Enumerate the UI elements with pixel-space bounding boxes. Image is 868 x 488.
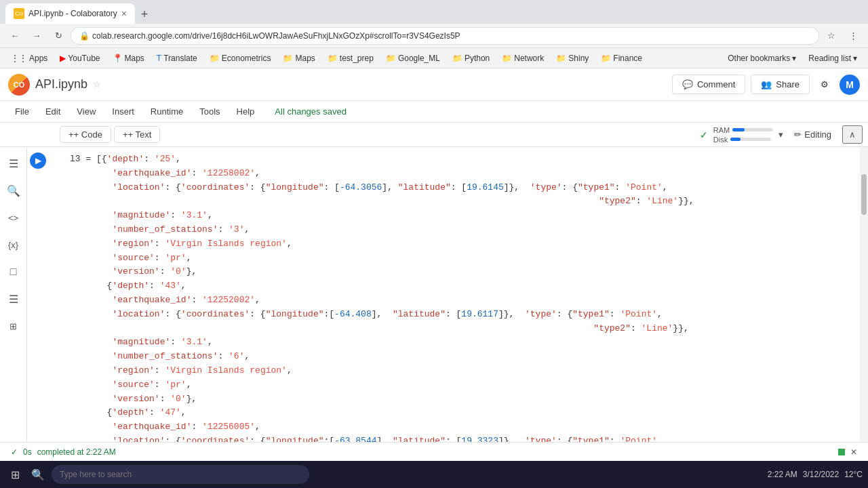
bookmark-star-button[interactable]: ☆ bbox=[822, 26, 841, 45]
tab-title: API.ipynb - Colaboratory bbox=[28, 9, 117, 18]
forward-button[interactable]: → bbox=[27, 26, 46, 45]
taskbar-search-input[interactable] bbox=[52, 465, 309, 484]
browser-menu-button[interactable]: ⋮ bbox=[844, 26, 863, 45]
search-taskbar-icon[interactable]: 🔍 bbox=[28, 465, 47, 484]
bookmark-maps[interactable]: 📍 Maps bbox=[107, 52, 150, 64]
code-line-1: l3 = [{'depth': '25', bbox=[64, 152, 868, 167]
menu-insert[interactable]: Insert bbox=[105, 104, 141, 119]
taskbar-time: 2:22 AM bbox=[768, 470, 797, 479]
save-status: All changes saved bbox=[275, 106, 347, 117]
disconnect-button[interactable]: ✕ bbox=[850, 447, 857, 457]
code-line-18: 'version': '0'}, bbox=[64, 392, 868, 407]
vertical-scrollbar[interactable] bbox=[860, 147, 868, 442]
new-tab-button[interactable]: + bbox=[135, 5, 154, 24]
bookmark-other[interactable]: Other bookmarks ▾ bbox=[722, 52, 802, 64]
address-bar[interactable]: 🔒 colab.research.google.com/drive/16j8dc… bbox=[71, 27, 819, 45]
bookmark-test-prep[interactable]: 📁 test_prep bbox=[322, 52, 379, 64]
sidebar-search-icon[interactable]: 🔍 bbox=[3, 180, 24, 201]
bookmark-finance[interactable]: 📁 Finance bbox=[595, 52, 648, 64]
tab-favicon: Co bbox=[14, 8, 24, 19]
code-line-17: 'source': 'pr', bbox=[64, 378, 868, 392]
main-content: ☰ 🔍 <> {x} □ ☰ ⊞ ▶ l3 = [{'depth': '25',… bbox=[0, 147, 868, 442]
code-line-15: 'number_of_stations': '6', bbox=[64, 350, 868, 364]
url-text: colab.research.google.com/drive/16j8dcH6… bbox=[92, 31, 460, 41]
bookmark-translate[interactable]: T Translate bbox=[151, 52, 203, 64]
sidebar-variables-icon[interactable]: {x} bbox=[3, 234, 24, 256]
bookmark-maps2[interactable]: 📁 Maps bbox=[277, 52, 320, 64]
add-text-button[interactable]: + + Text bbox=[114, 126, 160, 143]
settings-button[interactable]: ⚙ bbox=[815, 77, 834, 92]
resource-usage: RAM Disk bbox=[713, 126, 773, 144]
share-button[interactable]: 👥 Share bbox=[751, 75, 810, 94]
code-line-20: 'earthquake_id': '12256005', bbox=[64, 420, 868, 434]
cell-area: ▶ l3 = [{'depth': '25', 'earthquake_id':… bbox=[27, 147, 868, 442]
back-button[interactable]: ← bbox=[5, 26, 24, 45]
code-line-2: 'earthquake_id': '12258002', bbox=[64, 167, 868, 181]
bookmark-python[interactable]: 📁 Python bbox=[447, 52, 495, 64]
collapse-button[interactable]: ∧ bbox=[842, 125, 863, 144]
user-avatar[interactable]: M bbox=[840, 75, 860, 95]
bookmarks-bar: ⋮⋮ Apps ▶ YouTube 📍 Maps T Translate 📁 E… bbox=[0, 48, 868, 68]
add-code-button[interactable]: + + Code bbox=[60, 126, 111, 143]
bookmark-google-ml[interactable]: 📁 Google_ML bbox=[380, 52, 446, 64]
sidebar-files-icon[interactable]: □ bbox=[3, 261, 24, 283]
star-icon[interactable]: ☆ bbox=[93, 79, 101, 89]
apps-icon: ⋮⋮ bbox=[11, 54, 27, 63]
code-line-19: {'depth': '47', bbox=[64, 406, 868, 420]
bookmark-apps[interactable]: ⋮⋮ Apps bbox=[5, 52, 53, 64]
toolbar-right-section: ✓ RAM Disk ▾ ✏ Editing bbox=[700, 125, 863, 144]
windows-taskbar: ⊞ 🔍 2:22 AM 3/12/2022 12°C bbox=[0, 461, 868, 488]
bookmark-network[interactable]: 📁 Network bbox=[496, 52, 549, 64]
sidebar-code-icon[interactable]: <> bbox=[3, 207, 24, 228]
menu-runtime[interactable]: Runtime bbox=[144, 104, 190, 119]
menu-tools[interactable]: Tools bbox=[193, 104, 226, 119]
bookmark-youtube[interactable]: ▶ YouTube bbox=[54, 52, 105, 64]
cell-gutter: ▶ bbox=[30, 152, 46, 169]
active-tab[interactable]: Co API.ipynb - Colaboratory × bbox=[5, 3, 135, 24]
disk-bar bbox=[730, 138, 771, 141]
menu-file[interactable]: File bbox=[8, 104, 36, 119]
menu-view[interactable]: View bbox=[70, 104, 102, 119]
refresh-button[interactable]: ↻ bbox=[49, 26, 68, 45]
run-icon: ▶ bbox=[35, 156, 41, 165]
bookmark-shiny[interactable]: 📁 Shiny bbox=[551, 52, 594, 64]
tab-bar: Co API.ipynb - Colaboratory × + bbox=[0, 0, 868, 24]
start-button[interactable]: ⊞ bbox=[5, 465, 24, 484]
code-line-9: 'version': '0'}, bbox=[64, 265, 868, 279]
code-editor[interactable]: l3 = [{'depth': '25', 'earthquake_id': '… bbox=[64, 147, 868, 442]
code-line-12: 'location': {'coordinates': {"longitude"… bbox=[64, 308, 868, 322]
chevron-down-icon-reading: ▾ bbox=[853, 54, 857, 63]
youtube-icon: ▶ bbox=[60, 54, 66, 63]
resource-dropdown-icon[interactable]: ▾ bbox=[778, 129, 783, 140]
ram-bar bbox=[732, 128, 773, 131]
code-line-4: "type2": 'Line'}}, bbox=[64, 195, 868, 209]
taskbar-date: 3/12/2022 bbox=[803, 470, 839, 479]
bookmark-econometrics[interactable]: 📁 Econometrics bbox=[204, 52, 277, 64]
connected-checkmark: ✓ bbox=[700, 129, 708, 140]
navigation-bar: ← → ↻ 🔒 colab.research.google.com/drive/… bbox=[0, 24, 868, 48]
comment-button[interactable]: 💬 Comment bbox=[672, 75, 745, 94]
notebook-title[interactable]: API.ipynb bbox=[35, 77, 87, 92]
scroll-thumb[interactable] bbox=[861, 174, 867, 215]
code-line-11: 'earthquake_id': '12252002', bbox=[64, 293, 868, 308]
code-line-16: 'region': 'Virgin Islands region', bbox=[64, 364, 868, 378]
folder-icon-test-prep: 📁 bbox=[328, 54, 338, 63]
bookmark-reading-list[interactable]: Reading list ▾ bbox=[803, 52, 863, 64]
share-icon: 👥 bbox=[761, 79, 772, 89]
sidebar-menu-icon[interactable]: ☰ bbox=[3, 152, 24, 174]
folder-icon-python: 📁 bbox=[452, 54, 462, 63]
run-cell-button[interactable]: ▶ bbox=[30, 152, 46, 169]
sidebar-sections-icon[interactable]: ☰ bbox=[3, 288, 24, 310]
sidebar-terminal-icon[interactable]: ⊞ bbox=[3, 315, 24, 337]
add-cell-buttons: + + Code + + Text bbox=[60, 126, 160, 143]
folder-icon-network: 📁 bbox=[502, 54, 512, 63]
browser-action-icons: ☆ ⋮ bbox=[822, 26, 863, 45]
settings-icon: ⚙ bbox=[821, 79, 829, 89]
taskbar-right: 2:22 AM 3/12/2022 12°C bbox=[768, 470, 863, 479]
folder-icon-shiny: 📁 bbox=[556, 54, 566, 63]
menu-help[interactable]: Help bbox=[230, 104, 262, 119]
tab-close-button[interactable]: × bbox=[121, 8, 127, 19]
editing-button[interactable]: ✏ Editing bbox=[789, 127, 837, 142]
code-line-8: 'source': 'pr', bbox=[64, 251, 868, 266]
menu-edit[interactable]: Edit bbox=[39, 104, 67, 119]
